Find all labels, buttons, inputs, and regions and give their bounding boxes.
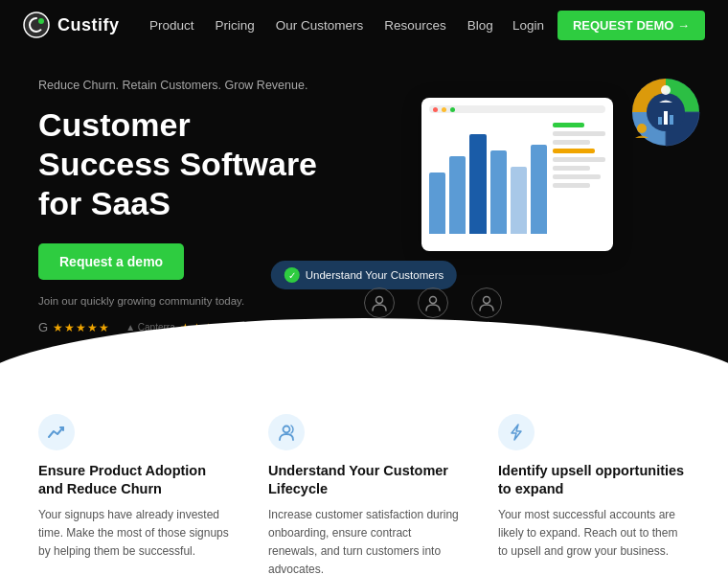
check-icon: ✓ [284, 267, 300, 283]
dashboard-mockup-container [421, 98, 613, 265]
hero-title: Customer Success Software for SaaS [38, 105, 326, 222]
bar-3 [469, 134, 486, 234]
capterra-stars: ★★★★★ [180, 321, 238, 334]
mockup-line-4 [553, 157, 605, 162]
mockup-titlebar [429, 105, 605, 113]
svg-point-11 [484, 297, 490, 304]
rating-capterra: ▲ Capterra ★★★★★ [125, 321, 238, 334]
svg-point-9 [376, 297, 383, 304]
bar-4 [490, 150, 507, 234]
close-dot [433, 107, 438, 112]
mockup-line-3 [553, 140, 590, 145]
user-avatar-3 [471, 288, 502, 318]
user-avatar-1 [364, 288, 395, 318]
navbar: Custify Product Pricing Our Customers Re… [0, 0, 728, 50]
svg-point-12 [284, 426, 290, 433]
feature-title-upsell: Identify upsell opportunities to expand [498, 462, 690, 498]
expand-dot [450, 107, 455, 112]
bar-2 [449, 156, 466, 234]
nav-product[interactable]: Product [149, 18, 194, 33]
svg-rect-6 [670, 115, 673, 125]
svg-point-7 [661, 85, 671, 95]
understand-badge-text: Understand Your Customers [306, 269, 444, 281]
minimize-dot [442, 107, 446, 112]
hero-tagline: Reduce Churn. Retain Customers. Grow Rev… [38, 79, 699, 92]
svg-rect-4 [658, 117, 662, 125]
nav-links: Product Pricing Our Customers Resources … [149, 18, 493, 33]
hero-donut-chart [623, 69, 709, 155]
bar-5 [511, 167, 527, 234]
feature-desc-upsell: Your most successful accounts are likely… [498, 506, 690, 562]
features-section: Ensure Product Adoption and Reduce Churn… [0, 366, 728, 575]
request-demo-button[interactable]: REQUEST DEMO → [557, 11, 705, 40]
mockup-stars-line [553, 149, 595, 153]
feature-product-adoption: Ensure Product Adoption and Reduce Churn… [29, 414, 239, 575]
mockup-sidebar [553, 119, 605, 238]
logo[interactable]: Custify [23, 12, 120, 38]
svg-rect-5 [664, 111, 668, 125]
feature-desc-adoption: Your signups have already invested time.… [38, 506, 230, 562]
mockup-line-1 [553, 123, 584, 127]
svg-marker-13 [512, 425, 521, 440]
user-icon-2 [424, 294, 442, 311]
user-icon-3 [478, 294, 495, 311]
nav-resources[interactable]: Resources [384, 18, 446, 33]
feature-icon-lifecycle [268, 414, 305, 450]
hero-ratings: G ★★★★★ ▲ Capterra ★★★★★ [38, 320, 699, 334]
feature-title-lifecycle: Understand Your Customer Lifecycle [268, 462, 460, 498]
mockup-line-7 [553, 183, 590, 188]
mockup-content [429, 119, 605, 238]
svg-point-1 [38, 18, 44, 24]
hero-cta-button[interactable]: Request a demo [38, 243, 184, 280]
feature-title-adoption: Ensure Product Adoption and Reduce Churn [38, 462, 230, 498]
feature-desc-lifecycle: Increase customer satisfaction during on… [268, 506, 460, 575]
mockup-line-6 [553, 174, 601, 179]
mockup-line-2 [553, 131, 605, 136]
brand-name: Custify [57, 15, 120, 35]
donut-chart-svg [623, 69, 709, 155]
user-lifecycle-icon [277, 423, 296, 442]
dashboard-mockup [421, 98, 613, 251]
svg-point-10 [430, 297, 437, 304]
capterra-icon: ▲ Capterra [125, 322, 175, 333]
feature-icon-upsell [498, 414, 535, 450]
bar-6 [531, 145, 547, 234]
user-avatar-2 [418, 288, 448, 318]
svg-point-8 [637, 124, 647, 133]
rating-g2: G ★★★★★ [38, 320, 110, 334]
nav-our-customers[interactable]: Our Customers [276, 18, 364, 33]
g2-icon: G [38, 320, 48, 334]
lightning-icon [507, 423, 526, 442]
user-icon-1 [371, 294, 388, 311]
hero-section: Reduce Churn. Retain Customers. Grow Rev… [0, 50, 728, 366]
mockup-chart-bars [429, 119, 547, 238]
feature-upsell: Identify upsell opportunities to expand … [489, 414, 699, 575]
feature-customer-lifecycle: Understand Your Customer Lifecycle Incre… [259, 414, 469, 575]
bar-1 [429, 172, 445, 234]
feature-icon-adoption [38, 414, 75, 450]
nav-pricing[interactable]: Pricing [216, 18, 255, 33]
chart-up-icon [47, 423, 66, 442]
nav-blog[interactable]: Blog [467, 18, 493, 33]
mockup-line-5 [553, 166, 590, 171]
login-link[interactable]: Login [512, 18, 544, 33]
custify-logo-icon [23, 12, 50, 38]
svg-point-0 [24, 12, 49, 37]
g2-stars: ★★★★★ [53, 321, 110, 334]
user-avatars-group [364, 288, 502, 318]
understand-badge: ✓ Understand Your Customers [271, 261, 457, 289]
